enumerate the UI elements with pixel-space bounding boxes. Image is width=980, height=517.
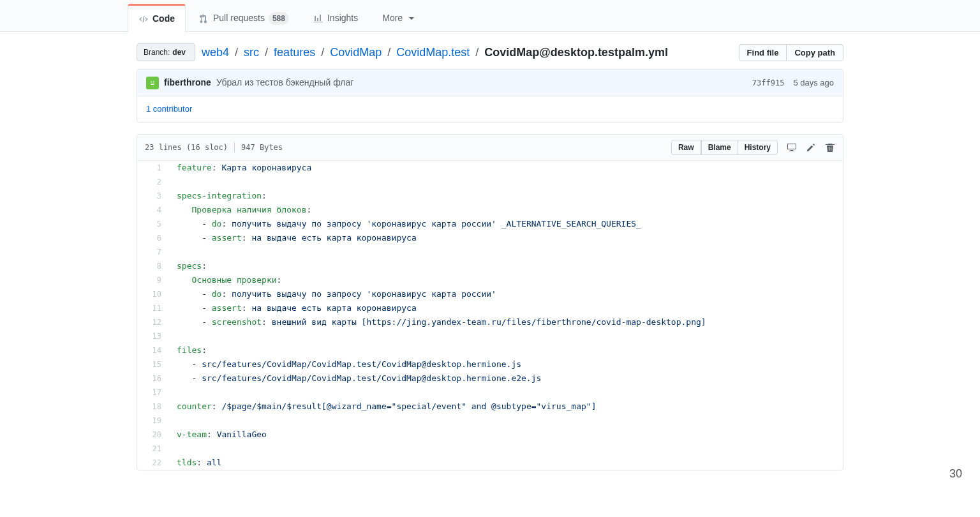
- breadcrumb-separator: /: [262, 46, 271, 59]
- commit-time: 5 days ago: [793, 77, 834, 89]
- line-number[interactable]: 3: [137, 189, 169, 203]
- branch-select-button[interactable]: Branch: dev: [137, 43, 195, 61]
- code-line: v-team: VanillaGeo: [169, 428, 843, 442]
- file-header: Branch: dev web4 / src / features / Covi…: [137, 32, 843, 69]
- desktop-icon[interactable]: [787, 142, 797, 153]
- commit-sha[interactable]: 73ff915: [752, 77, 785, 89]
- chevron-down-icon: [409, 17, 414, 20]
- code-line: feature: Карта коронавируса: [169, 161, 843, 175]
- breadcrumb-separator: /: [472, 46, 482, 59]
- code-line: tlds: all: [169, 456, 843, 470]
- branch-name: dev: [172, 47, 186, 58]
- code-view-buttons: Raw Blame History: [671, 140, 778, 155]
- tab-pulls-label: Pull requests: [213, 11, 265, 25]
- line-number[interactable]: 9: [137, 273, 169, 287]
- breadcrumb-part[interactable]: src: [244, 46, 259, 59]
- code-line: [169, 414, 843, 428]
- breadcrumb-part[interactable]: web4: [202, 46, 229, 59]
- code-box: 23 lines (16 sloc) 947 Bytes Raw Blame H…: [137, 134, 843, 470]
- commit-author[interactable]: fiberthrone: [164, 76, 211, 89]
- tab-code[interactable]: Code: [128, 4, 186, 32]
- code-line: specs-integration:: [169, 189, 843, 203]
- code-line: [169, 175, 843, 189]
- tab-code-label: Code: [152, 12, 175, 26]
- repo-tabnav: Code Pull requests 588 Insights More: [0, 0, 980, 32]
- line-number[interactable]: 21: [137, 442, 169, 456]
- line-number[interactable]: 12: [137, 315, 169, 329]
- line-number[interactable]: 8: [137, 259, 169, 273]
- line-number[interactable]: 19: [137, 414, 169, 428]
- code-line: counter: /$page/$main/$result[@wizard_na…: [169, 400, 843, 414]
- tab-more[interactable]: More: [371, 4, 425, 31]
- contributors-row: 1 contributor: [137, 96, 843, 122]
- code-line: Проверка наличия блоков:: [169, 203, 843, 217]
- line-number[interactable]: 7: [137, 245, 169, 259]
- breadcrumb-part[interactable]: CovidMap: [330, 46, 382, 59]
- line-number[interactable]: 20: [137, 428, 169, 442]
- code-line: [169, 329, 843, 343]
- code-line: - screenshot: внешний вид карты [https:/…: [169, 315, 843, 329]
- line-number[interactable]: 17: [137, 386, 169, 400]
- line-number[interactable]: 5: [137, 217, 169, 231]
- code-line: [169, 442, 843, 456]
- tab-pull-requests[interactable]: Pull requests 588: [188, 4, 300, 31]
- code-line: files:: [169, 343, 843, 357]
- breadcrumb-part[interactable]: features: [274, 46, 315, 59]
- code-line: Основные проверки:: [169, 273, 843, 287]
- line-count: 23 lines (16 sloc): [145, 142, 228, 153]
- code-line: - do: получить выдачу по запросу 'корона…: [169, 217, 843, 231]
- branch-label: Branch:: [144, 47, 170, 58]
- code-line: [169, 386, 843, 400]
- breadcrumb-final: CovidMap@desktop.testpalm.yml: [484, 46, 668, 59]
- tab-insights-label: Insights: [327, 11, 358, 25]
- pencil-icon[interactable]: [806, 142, 816, 153]
- line-number[interactable]: 18: [137, 400, 169, 414]
- line-number[interactable]: 14: [137, 343, 169, 357]
- find-file-button[interactable]: Find file: [739, 44, 787, 61]
- tab-more-label: More: [382, 11, 403, 25]
- divider: [234, 142, 235, 153]
- line-number[interactable]: 16: [137, 371, 169, 386]
- latest-commit-row: fiberthrone Убрал из тестов бэкендный фл…: [137, 70, 843, 96]
- tab-insights[interactable]: Insights: [302, 4, 369, 31]
- byte-count: 947 Bytes: [241, 142, 283, 153]
- line-number[interactable]: 10: [137, 287, 169, 301]
- git-pull-request-icon: [199, 13, 209, 24]
- slide-page-number: 30: [949, 465, 962, 470]
- graph-icon: [313, 13, 323, 24]
- copy-path-button[interactable]: Copy path: [786, 44, 843, 61]
- file-stats: 23 lines (16 sloc) 947 Bytes: [145, 142, 283, 153]
- line-number[interactable]: 4: [137, 203, 169, 217]
- blame-button[interactable]: Blame: [701, 140, 738, 155]
- breadcrumb: web4 / src / features / CovidMap / Covid…: [202, 44, 668, 61]
- code-line: - src/features/CovidMap/CovidMap.test/Co…: [169, 371, 843, 386]
- line-number[interactable]: 22: [137, 456, 169, 470]
- code-icon: [138, 14, 149, 24]
- line-number[interactable]: 15: [137, 357, 169, 371]
- line-number[interactable]: 6: [137, 231, 169, 245]
- breadcrumb-separator: /: [318, 46, 327, 59]
- code-content: 1feature: Карта коронавируса2 3specs-int…: [137, 161, 843, 470]
- history-button[interactable]: History: [738, 140, 778, 155]
- code-line: - src/features/CovidMap/CovidMap.test/Co…: [169, 357, 843, 371]
- code-line: specs:: [169, 259, 843, 273]
- code-line: - do: получить выдачу по запросу 'корона…: [169, 287, 843, 301]
- pulls-count-badge: 588: [269, 12, 289, 25]
- raw-button[interactable]: Raw: [671, 140, 701, 155]
- trash-icon[interactable]: [825, 142, 835, 153]
- line-number[interactable]: 1: [137, 161, 169, 175]
- breadcrumb-separator: /: [384, 46, 394, 59]
- line-number[interactable]: 2: [137, 175, 169, 189]
- line-number[interactable]: 13: [137, 329, 169, 343]
- line-number[interactable]: 11: [137, 301, 169, 315]
- contributors-link[interactable]: 1 contributor: [146, 104, 192, 114]
- file-actions: Find file Copy path: [739, 44, 843, 61]
- commit-message[interactable]: Убрал из тестов бэкендный флаг: [216, 76, 354, 89]
- code-toolbar: 23 lines (16 sloc) 947 Bytes Raw Blame H…: [137, 135, 843, 161]
- breadcrumb-separator: /: [232, 46, 241, 59]
- commit-box: fiberthrone Убрал из тестов бэкендный фл…: [137, 69, 843, 123]
- avatar[interactable]: [146, 77, 159, 89]
- code-line: - assert: на выдаче есть карта коронавир…: [169, 301, 843, 315]
- breadcrumb-part[interactable]: CovidMap.test: [396, 46, 470, 59]
- code-line: - assert: на выдаче есть карта коронавир…: [169, 231, 843, 245]
